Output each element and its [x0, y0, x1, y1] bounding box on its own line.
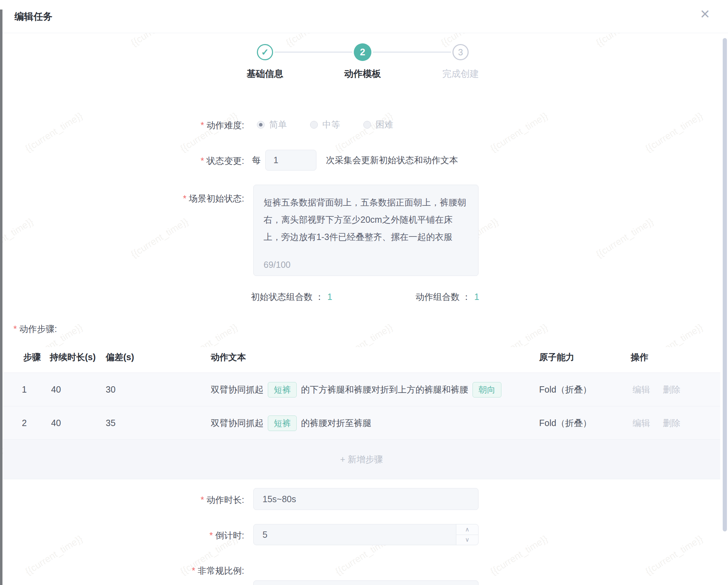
- table-row: 2 40 35 双臂协同抓起 短裤 的裤腰对折至裤腿 Fold（折叠） 编辑 删…: [3, 406, 720, 440]
- close-icon[interactable]: ×: [700, 6, 710, 22]
- cell-action-text: 双臂协同抓起 短裤 的裤腰对折至裤腿: [211, 406, 371, 440]
- col-duration-header: 持续时长(s): [50, 351, 96, 363]
- char-counter: 69/100: [264, 260, 290, 270]
- required-asterisk: *: [183, 193, 186, 203]
- col-operation-header: 操作: [631, 351, 648, 363]
- cell-deviation: 35: [106, 406, 116, 440]
- table-row: 1 40 30 双臂协同抓起 短裤 的下方裤腿和裤腰对折到上方的裤腿和裤腰 朝向…: [3, 372, 720, 406]
- textarea-value: 短裤五条数据背面朝上，五条数据正面朝上，裤腰朝右，离头部视野下方至少20cm之外…: [264, 194, 468, 246]
- add-step-button[interactable]: + 新增步骤: [3, 439, 720, 479]
- cell-deviation: 30: [106, 373, 116, 406]
- required-asterisk: *: [200, 120, 204, 130]
- radio-circle: [363, 121, 371, 129]
- countdown-stepper: ∧ ∨: [456, 524, 478, 545]
- cell-duration: 40: [51, 373, 61, 406]
- edit-task-dialog: {{current_time}}{{current_time}}{{curren…: [0, 0, 728, 585]
- cell-step: 2: [22, 406, 27, 440]
- action-combo-count: 动作组合数 ：1: [415, 291, 479, 303]
- cell-action-text: 双臂协同抓起 短裤 的下方裤腿和裤腰对折到上方的裤腿和裤腰 朝向: [211, 373, 506, 406]
- cell-operations: 编辑 删除: [633, 373, 693, 406]
- step-3-label: 完成创建: [415, 68, 506, 80]
- steps-table-header: 步骤 持续时长(s) 偏差(s) 动作文本 原子能力 操作: [3, 347, 720, 372]
- countdown-input[interactable]: 5 ∧ ∨: [253, 524, 479, 545]
- step-2-indicator: 2: [354, 43, 371, 61]
- state-change-input[interactable]: 1: [265, 150, 316, 171]
- step-2-label: 动作模板: [317, 68, 408, 80]
- step-1-indicator: ✓: [257, 44, 273, 60]
- delete-link[interactable]: 删除: [663, 417, 680, 429]
- col-deviation-header: 偏差(s): [106, 351, 134, 363]
- cell-step: 1: [22, 373, 27, 406]
- required-asterisk: *: [13, 324, 17, 334]
- edit-link[interactable]: 编辑: [633, 417, 650, 429]
- state-change-row: 每 1 次采集会更新初始状态和动作文本: [252, 149, 458, 171]
- cell-operations: 编辑 删除: [633, 406, 693, 440]
- state-change-prefix: 每: [252, 154, 261, 166]
- initial-combo-value: 1: [327, 292, 332, 302]
- required-asterisk: *: [200, 156, 204, 166]
- decrease-button[interactable]: ∨: [456, 535, 478, 545]
- chevron-down-icon: ∨: [465, 536, 469, 543]
- scrollbar-thumb[interactable]: [723, 38, 727, 531]
- cell-ability: Fold（折叠）: [539, 406, 592, 440]
- action-duration-label: *动作时长:: [0, 494, 244, 506]
- col-action-text-header: 动作文本: [211, 351, 246, 363]
- combo-counts-row: 初始状态组合数 ：1 动作组合数 ：1: [251, 291, 479, 303]
- action-steps-label: *动作步骤:: [13, 323, 57, 335]
- step-3-indicator: 3: [452, 44, 469, 60]
- chevron-up-icon: ∧: [465, 526, 469, 533]
- action-combo-value: 1: [474, 292, 479, 302]
- step-connector: [274, 51, 352, 53]
- radio-circle: [310, 121, 318, 129]
- cell-duration: 40: [51, 406, 61, 440]
- state-change-suffix: 次采集会更新初始状态和动作文本: [326, 154, 458, 166]
- action-duration-input[interactable]: 15s~80s: [253, 488, 479, 510]
- col-step-header: 步骤: [23, 351, 41, 363]
- clothing-tag: 短裤: [268, 382, 297, 398]
- edit-link[interactable]: 编辑: [633, 384, 650, 395]
- col-ability-header: 原子能力: [539, 351, 574, 363]
- page-left-edge: [0, 10, 2, 585]
- check-icon: ✓: [261, 47, 269, 58]
- difficulty-radio-group: 简单 中等 困难: [257, 119, 393, 130]
- radio-option-medium[interactable]: 中等: [310, 119, 340, 130]
- radio-circle: [257, 121, 265, 129]
- clothing-tag: 短裤: [268, 415, 297, 431]
- difficulty-label: *动作难度:: [0, 119, 244, 131]
- dialog-title: 编辑任务: [14, 10, 53, 23]
- delete-link[interactable]: 删除: [663, 384, 680, 395]
- cell-ability: Fold（折叠）: [539, 373, 592, 406]
- state-change-label: *状态变更:: [0, 155, 244, 167]
- required-asterisk: *: [200, 495, 204, 505]
- initial-state-label: *场景初始状态:: [0, 193, 244, 204]
- step-1-label: 基础信息: [219, 68, 311, 80]
- step-connector: [373, 51, 451, 53]
- countdown-label: *倒计时:: [0, 530, 244, 541]
- radio-option-easy[interactable]: 简单: [257, 119, 287, 130]
- required-asterisk: *: [192, 566, 195, 575]
- scene-initial-state-textarea[interactable]: 短裤五条数据背面朝上，五条数据正面朝上，裤腰朝右，离头部视野下方至少20cm之外…: [253, 185, 479, 276]
- dialog-header: 编辑任务 ×: [2, 0, 728, 33]
- orientation-tag: 朝向: [473, 382, 501, 398]
- initial-combo-count: 初始状态组合数 ：1: [251, 291, 332, 303]
- required-asterisk: *: [209, 530, 213, 540]
- increase-button[interactable]: ∧: [456, 524, 478, 535]
- unusual-ratio-select[interactable]: 5% ∨: [253, 580, 479, 585]
- radio-option-hard[interactable]: 困难: [363, 119, 393, 130]
- unusual-ratio-label: *非常规比例:: [0, 565, 244, 577]
